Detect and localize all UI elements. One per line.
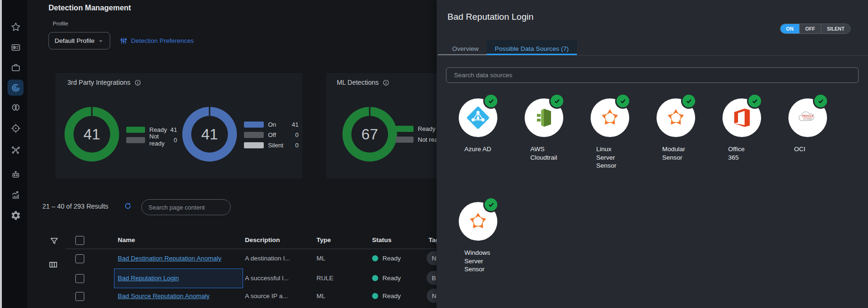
donut-value: 67	[361, 126, 378, 143]
detection-link[interactable]: Bad Source Reputation Anomaly	[118, 292, 210, 300]
sidebar-item-detections[interactable]	[8, 80, 24, 96]
legend-label: Ready	[149, 126, 167, 133]
legend-swatch	[244, 142, 264, 148]
check-icon	[487, 97, 495, 105]
legend-value: 0	[174, 137, 177, 144]
data-source-aws-cloudtrail[interactable]: AWSCloudtrail	[525, 98, 581, 162]
cell-description: A source IP a...	[245, 292, 288, 300]
oracle-wordmark: ORACLE	[802, 114, 814, 117]
page-search	[141, 199, 231, 215]
sidebar-item-favorites[interactable]	[8, 19, 24, 35]
legend-swatch	[244, 122, 264, 128]
briefcase-icon	[10, 62, 21, 73]
chevron-down-icon	[97, 38, 104, 44]
state-toggle: ON OFF SILENT	[780, 24, 851, 34]
sidebar-item-dashboard[interactable]	[8, 39, 24, 55]
tab-overview[interactable]: Overview	[452, 45, 479, 52]
data-source-modular-sensor[interactable]: ModularSensor	[657, 98, 713, 162]
status-badge: Ready	[372, 275, 401, 282]
sidebar-item-network[interactable]	[8, 142, 24, 158]
data-source-search-input[interactable]	[453, 71, 852, 79]
filter-button[interactable]	[49, 236, 59, 248]
integrations-ready-donut: 41	[65, 107, 119, 162]
sliders-icon	[120, 37, 128, 45]
tag-label: B	[432, 275, 436, 282]
status-label: Ready	[382, 292, 401, 300]
check-badge	[682, 95, 695, 107]
legend-value: 0	[295, 131, 299, 138]
inactive-tab-underline	[438, 54, 487, 55]
crosshair-icon	[10, 123, 21, 134]
legend-swatch	[396, 126, 414, 132]
sidebar-item-insight[interactable]	[8, 100, 24, 116]
sidebar-item-automation[interactable]	[8, 166, 24, 182]
detection-link[interactable]: Bad Reputation Login	[118, 275, 179, 282]
data-source-azure-ad[interactable]: Azure AD	[459, 98, 515, 154]
data-source-oci[interactable]: ORACLE CLOUD OCI	[788, 98, 845, 154]
legend-row: Not ready 0	[126, 136, 177, 144]
tab-possible-data-sources[interactable]: Possible Data Sources (7)	[487, 45, 577, 52]
toggle-off-button[interactable]: OFF	[799, 24, 821, 33]
source-label: ModularSensor	[662, 145, 713, 162]
aws-cloudtrail-icon	[525, 98, 563, 137]
column-header-name[interactable]: Name	[118, 236, 135, 243]
ml-ready-donut: 67	[342, 107, 397, 162]
legend-value: 41	[170, 126, 177, 133]
data-source-windows-server-sensor[interactable]: WindowsServerSensor	[459, 202, 515, 274]
column-header-description[interactable]: Description	[245, 236, 280, 243]
toggle-silent-button[interactable]: SILENT	[821, 24, 850, 33]
donut-value: 41	[201, 126, 218, 143]
data-source-office-365[interactable]: Office365	[722, 98, 779, 162]
profile-select[interactable]: Default Profile	[49, 32, 110, 49]
legend-row: Off 0	[244, 130, 299, 139]
status-dot	[372, 293, 378, 299]
row-checkbox[interactable]	[75, 274, 84, 283]
source-label: WindowsServerSensor	[464, 249, 515, 274]
sidebar-item-target[interactable]	[8, 120, 24, 136]
cell-type: RULE	[316, 275, 333, 282]
status-badge: Ready	[372, 255, 401, 262]
column-header-status[interactable]: Status	[372, 236, 391, 243]
oracle-cloud-icon: ORACLE CLOUD	[788, 98, 827, 137]
status-dot	[372, 255, 378, 261]
legend-row: Silent 0	[244, 141, 299, 149]
legend-swatch	[126, 127, 145, 133]
info-icon[interactable]	[382, 79, 389, 86]
legend-label: Off	[268, 131, 276, 138]
panel-title: Bad Reputation Login	[447, 12, 534, 22]
gear-icon	[10, 210, 21, 221]
detection-link[interactable]: Bad Destination Reputation Anomaly	[118, 255, 221, 262]
results-summary: 21 – 40 of 293 Results	[42, 203, 108, 210]
integrations-state-donut: 41	[182, 107, 237, 162]
info-icon[interactable]	[134, 79, 141, 86]
data-source-linux-server-sensor[interactable]: LinuxServerSensor	[591, 98, 647, 170]
sidebar-item-settings[interactable]	[8, 207, 24, 223]
source-label: AWSCloudtrail	[530, 145, 581, 162]
legend-swatch	[396, 137, 414, 143]
check-badge	[617, 95, 629, 107]
column-header-type[interactable]: Type	[316, 236, 331, 243]
profile-select-value: Default Profile	[55, 37, 95, 44]
check-icon	[487, 201, 495, 209]
legend-label: On	[268, 121, 276, 128]
sidebar-item-analytics[interactable]	[8, 187, 24, 203]
toggle-on-button[interactable]: ON	[780, 24, 799, 33]
integrations-card-title: 3rd Party Integrations	[67, 79, 130, 86]
row-checkbox[interactable]	[75, 292, 84, 301]
status-dot	[372, 275, 378, 281]
legend-label: Not ready	[149, 133, 174, 147]
detection-preferences-label: Detection Preferences	[131, 37, 194, 44]
select-all-checkbox[interactable]	[75, 236, 84, 245]
cell-type: ML	[316, 292, 325, 300]
page-search-input[interactable]	[147, 203, 232, 211]
row-checkbox[interactable]	[75, 254, 84, 263]
sidebar-item-organization[interactable]	[8, 59, 24, 75]
check-icon	[619, 97, 627, 105]
refresh-button[interactable]	[123, 202, 132, 212]
brain-icon	[10, 103, 21, 113]
legend-label: Silent	[268, 142, 284, 149]
status-label: Ready	[382, 275, 401, 282]
columns-button[interactable]	[48, 259, 58, 272]
detection-preferences-link[interactable]: Detection Preferences	[120, 37, 194, 45]
page-title: Detection Management	[49, 4, 131, 12]
